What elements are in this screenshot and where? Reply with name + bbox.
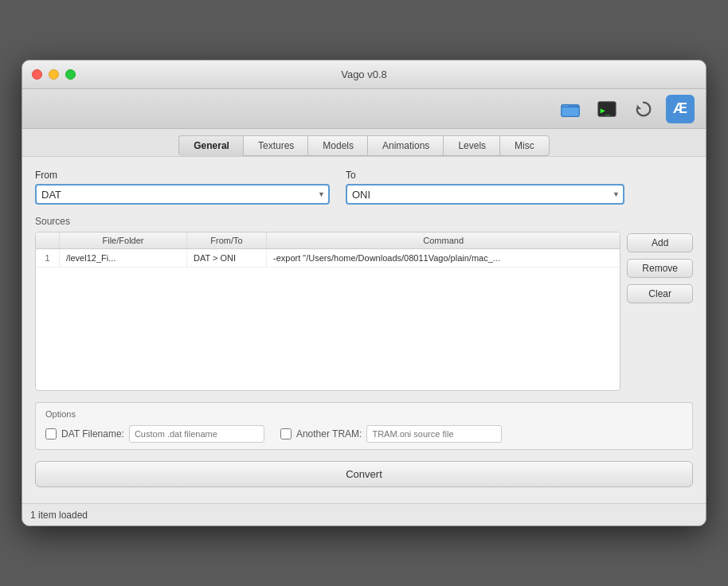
another-tram-label: Another TRAM: (296, 428, 362, 440)
window-title: Vago v0.8 (341, 68, 387, 80)
tab-bar: General Textures Models Animations Level… (22, 129, 706, 157)
col-command: Command (267, 232, 620, 248)
status-text: 1 item loaded (30, 510, 88, 521)
options-box: Options DAT Filename: Another TRAM: (35, 402, 693, 450)
to-group: To ONI DAT OBJ TRAM (346, 170, 624, 205)
main-window: Vago v0.8 ▶_ (22, 60, 706, 526)
table-body: 1 /level12_Fi... DAT > ONI -export "/Use… (36, 249, 620, 268)
tab-models[interactable]: Models (307, 135, 369, 156)
from-group: From DAT ONI OBJ TRAM (35, 170, 330, 205)
another-tram-input[interactable] (366, 425, 502, 443)
close-button[interactable] (32, 69, 42, 80)
maximize-button[interactable] (65, 69, 76, 80)
window-controls (32, 69, 76, 80)
tab-animations[interactable]: Animations (367, 135, 444, 156)
row-num: 1 (36, 249, 60, 267)
sources-area: File/Folder From/To Command 1 /level12_F… (35, 232, 693, 391)
options-label: Options (45, 409, 683, 419)
options-row: DAT Filename: Another TRAM: (45, 425, 683, 443)
refresh-button[interactable] (629, 95, 658, 123)
ae-icon: Æ (673, 100, 687, 117)
add-button[interactable]: Add (627, 233, 693, 252)
convert-button[interactable]: Convert (35, 461, 693, 487)
folder-button[interactable] (556, 95, 585, 123)
from-select-wrapper: DAT ONI OBJ TRAM (35, 184, 330, 205)
col-file-folder: File/Folder (60, 232, 187, 248)
to-label: To (346, 170, 624, 181)
svg-text:▶_: ▶_ (601, 105, 611, 115)
to-select-wrapper: ONI DAT OBJ TRAM (346, 184, 624, 205)
tab-general[interactable]: General (178, 135, 245, 156)
from-select[interactable]: DAT ONI OBJ TRAM (35, 184, 330, 205)
clear-button[interactable]: Clear (627, 284, 693, 303)
row-file: /level12_Fi... (60, 249, 187, 267)
titlebar: Vago v0.8 (22, 61, 706, 89)
main-content: From DAT ONI OBJ TRAM To ONI (22, 157, 706, 503)
from-to-row: From DAT ONI OBJ TRAM To ONI (35, 170, 693, 205)
row-command: -export "/Users/home/Downloads/08011Vago… (267, 249, 620, 267)
tab-misc[interactable]: Misc (499, 135, 550, 156)
col-from-to: From/To (187, 232, 267, 248)
sources-table: File/Folder From/To Command 1 /level12_F… (35, 232, 620, 391)
sources-label: Sources (35, 216, 693, 227)
another-tram-checkbox[interactable] (280, 428, 292, 440)
remove-button[interactable]: Remove (627, 259, 693, 278)
svg-rect-1 (562, 107, 579, 116)
tab-textures[interactable]: Textures (243, 135, 309, 156)
tab-levels[interactable]: Levels (443, 135, 501, 156)
another-tram-option: Another TRAM: (280, 425, 502, 443)
row-from-to: DAT > ONI (187, 249, 267, 267)
col-num (36, 232, 60, 248)
table-header: File/Folder From/To Command (36, 232, 620, 249)
dat-filename-label: DAT Filename: (61, 428, 124, 440)
to-select[interactable]: ONI DAT OBJ TRAM (346, 184, 624, 205)
from-label: From (35, 170, 330, 181)
minimize-button[interactable] (49, 69, 59, 80)
toolbar: ▶_ Æ (22, 89, 706, 129)
dat-filename-option: DAT Filename: (45, 425, 264, 443)
table-row[interactable]: 1 /level12_Fi... DAT > ONI -export "/Use… (36, 249, 620, 268)
ae-button[interactable]: Æ (666, 95, 695, 123)
statusbar: 1 item loaded (22, 503, 706, 525)
terminal-button[interactable]: ▶_ (593, 95, 621, 123)
sources-buttons: Add Remove Clear (627, 232, 693, 391)
svg-marker-4 (637, 104, 642, 109)
dat-filename-checkbox[interactable] (45, 428, 57, 440)
dat-filename-input[interactable] (129, 425, 264, 443)
